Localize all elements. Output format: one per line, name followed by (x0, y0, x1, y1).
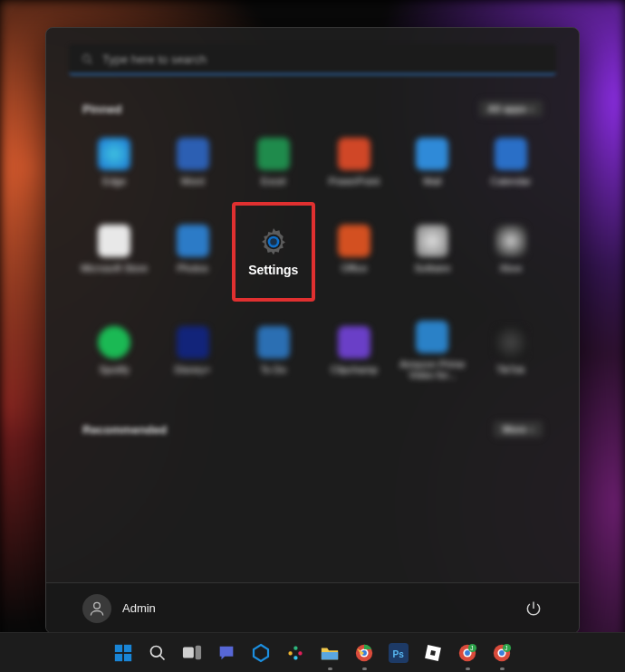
svg-rect-15 (293, 646, 297, 649)
taskbar-roblox[interactable] (419, 639, 447, 667)
taskbar-start[interactable] (110, 639, 137, 667)
taskbar-chat[interactable] (213, 639, 240, 667)
recommended-title: Recommended (82, 423, 167, 437)
svg-point-28 (465, 650, 470, 656)
pinned-header: Pinned All apps › (46, 79, 579, 122)
app-solitaire[interactable]: Solitaire (393, 211, 471, 287)
taskbar-chrome-profile-2[interactable]: J (488, 639, 515, 667)
app-clipchamp[interactable]: Clipchamp (315, 312, 393, 389)
svg-rect-12 (183, 647, 194, 658)
taskbar-file-explorer[interactable] (316, 639, 343, 667)
svg-text:J: J (505, 645, 507, 651)
taskbar-search[interactable] (144, 639, 171, 667)
svg-rect-6 (115, 644, 122, 651)
active-dot (500, 667, 505, 670)
app-tiktok[interactable]: TikTok (472, 312, 550, 389)
app-calendar[interactable]: Calendar (472, 124, 550, 200)
svg-rect-13 (196, 645, 201, 659)
active-dot (362, 667, 367, 670)
svg-rect-9 (124, 653, 131, 660)
avatar (82, 594, 111, 623)
svg-rect-7 (124, 644, 131, 651)
svg-point-4 (270, 239, 277, 246)
svg-line-11 (160, 655, 165, 659)
recommended-area (46, 443, 579, 582)
svg-point-10 (151, 646, 162, 657)
start-footer: Admin (46, 582, 579, 633)
start-menu: Type here to search Pinned All apps › Ed… (45, 27, 580, 634)
chevron-right-icon: › (530, 424, 534, 435)
svg-rect-14 (289, 651, 293, 655)
svg-point-0 (83, 54, 91, 62)
power-button[interactable] (524, 600, 543, 618)
search-placeholder: Type here to search (102, 53, 207, 66)
taskbar-chrome-profile-1[interactable]: J (454, 639, 481, 667)
svg-point-5 (94, 602, 101, 609)
app-amazon-prime[interactable]: Amazon Prime Video for... (393, 312, 471, 389)
app-todo[interactable]: To Do (232, 312, 315, 389)
app-microsoft-store[interactable]: Microsoft Store (75, 211, 153, 287)
app-settings[interactable]: Settings (232, 202, 315, 302)
app-xbox[interactable]: Xbox (472, 211, 550, 287)
svg-rect-16 (298, 651, 302, 655)
taskbar-chrome[interactable] (351, 639, 378, 667)
taskbar-photoshop[interactable]: Ps (385, 639, 412, 667)
pinned-grid: Edge Word Excel PowerPoint Mail Calendar… (46, 122, 579, 389)
svg-text:J: J (470, 645, 473, 651)
search-box[interactable]: Type here to search (69, 44, 556, 75)
taskbar: Ps J J (0, 632, 625, 672)
app-powerpoint[interactable]: PowerPoint (315, 124, 393, 200)
user-button[interactable]: Admin (82, 594, 156, 623)
taskbar-taskview[interactable] (178, 639, 206, 667)
svg-line-1 (89, 61, 91, 63)
app-excel[interactable]: Excel (232, 124, 315, 200)
taskbar-onedrive[interactable] (247, 639, 274, 667)
svg-point-33 (499, 650, 505, 656)
app-edge[interactable]: Edge (75, 124, 153, 200)
pinned-title: Pinned (82, 102, 121, 116)
active-dot (466, 667, 470, 670)
more-button[interactable]: More › (494, 421, 543, 437)
app-word[interactable]: Word (153, 124, 231, 200)
search-icon (82, 53, 93, 65)
svg-text:Ps: Ps (393, 648, 405, 658)
app-mail[interactable]: Mail (393, 124, 471, 200)
app-disney-plus[interactable]: Disney+ (153, 312, 231, 389)
gear-icon (257, 226, 290, 258)
app-photos[interactable]: Photos (153, 211, 231, 287)
recommended-header: Recommended More › (46, 389, 579, 443)
taskbar-slack[interactable] (282, 639, 309, 667)
svg-rect-8 (115, 653, 122, 660)
chevron-right-icon: › (530, 103, 534, 114)
app-spotify[interactable]: Spotify (75, 312, 153, 389)
app-office[interactable]: Office (315, 211, 393, 287)
user-name: Admin (122, 601, 156, 615)
active-dot (328, 667, 332, 670)
svg-rect-17 (293, 656, 297, 659)
svg-rect-18 (322, 652, 338, 659)
svg-rect-25 (430, 650, 436, 656)
all-apps-button[interactable]: All apps › (479, 101, 543, 117)
